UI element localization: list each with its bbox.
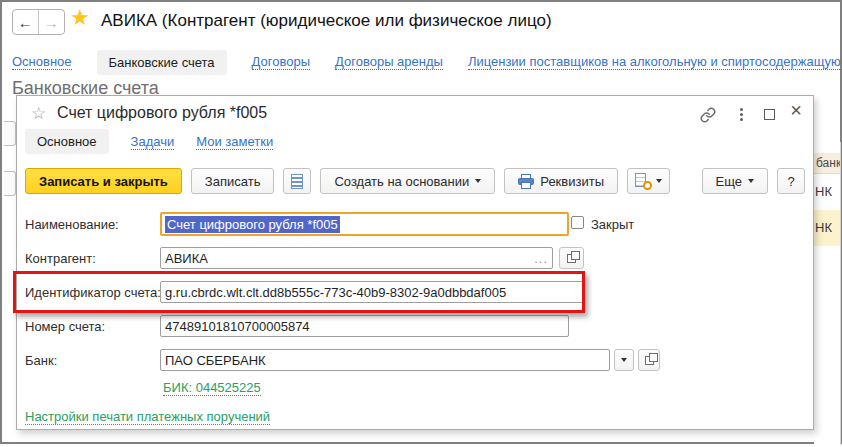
- close-button[interactable]: ×: [787, 100, 805, 120]
- maximize-icon: [764, 109, 775, 120]
- save-label: Записать: [205, 174, 261, 189]
- counterparty-input[interactable]: АВИКА ...: [160, 247, 553, 269]
- requisites-button[interactable]: Реквизиты: [504, 168, 618, 194]
- kebab-icon: [740, 108, 743, 111]
- tab-bankovskie-scheta[interactable]: Банковские счета: [97, 50, 227, 75]
- save-and-close-button[interactable]: Записать и закрыть: [25, 168, 182, 194]
- link-chain-icon: [700, 107, 716, 123]
- create-based-on-label: Создать на основании: [334, 174, 469, 189]
- tab-dogovory[interactable]: Договоры: [252, 54, 310, 70]
- app-window: ← → ★ АВИКА (Контрагент (юридическое или…: [0, 0, 842, 444]
- account-id-input[interactable]: [160, 281, 585, 303]
- back-arrow-icon: ←: [18, 14, 33, 31]
- dialog-menu-button[interactable]: [735, 105, 747, 123]
- closed-checkbox[interactable]: [571, 216, 584, 229]
- save-button[interactable]: Записать: [191, 168, 275, 194]
- counterparty-open-button[interactable]: [559, 247, 584, 269]
- help-label: ?: [787, 174, 794, 189]
- forward-arrow-icon: →: [44, 14, 59, 31]
- back-button[interactable]: ←: [13, 10, 39, 34]
- print-settings-link[interactable]: Настройки печати платежных поручений: [25, 409, 270, 425]
- dialog-tab-zadachi[interactable]: Задачи: [131, 134, 175, 150]
- counterparty-value: АВИКА: [165, 251, 208, 266]
- account-id-field-label: Идентификатор счета:: [25, 285, 161, 300]
- chevron-down-icon: [656, 179, 662, 183]
- background-toolbar-fragment: [4, 171, 16, 196]
- dialog-tab-moi-zametki[interactable]: Мои заметки: [196, 134, 273, 150]
- open-in-new-icon: [645, 356, 654, 365]
- tab-licenzii[interactable]: Лицензии поставщиков на алкогольную и сп…: [468, 54, 842, 70]
- list-icon: [291, 174, 303, 189]
- report-button[interactable]: [283, 168, 311, 194]
- dialog-tab-osnovnoe[interactable]: Основное: [25, 129, 109, 154]
- get-link-button[interactable]: [699, 106, 717, 124]
- forward-button[interactable]: →: [39, 10, 65, 34]
- bank-input[interactable]: [160, 349, 610, 371]
- bank-field-label: Банк:: [25, 353, 57, 368]
- name-field-label: Наименование:: [25, 217, 119, 232]
- select-ellipsis-button[interactable]: ...: [534, 251, 548, 266]
- schedule-document-button[interactable]: [627, 168, 670, 194]
- counterparty-nav-tabs: Основное Банковские счета Договоры Догов…: [12, 49, 842, 75]
- chevron-down-icon: [621, 358, 627, 362]
- bik-link[interactable]: БИК: 044525225: [163, 380, 261, 396]
- bank-dropdown-button[interactable]: [614, 349, 634, 371]
- bank-column-header[interactable]: банка: [814, 153, 841, 174]
- account-number-field-label: Номер счета:: [25, 319, 105, 334]
- dialog-title: Счет цифрового рубля *f005: [57, 104, 267, 122]
- closed-checkbox-label: Закрыт: [591, 217, 634, 232]
- printer-icon: [518, 174, 534, 189]
- maximize-button[interactable]: [761, 106, 777, 122]
- background-toolbar-fragment: [4, 121, 16, 146]
- save-and-close-label: Записать и закрыть: [39, 174, 168, 189]
- dialog-toolbar: Записать и закрыть Записать Создать на о…: [25, 167, 805, 195]
- chevron-down-icon: [748, 179, 754, 183]
- create-based-on-button[interactable]: Создать на основании: [320, 168, 495, 194]
- dialog-favorite-star-icon[interactable]: ☆: [31, 103, 46, 124]
- bank-open-button[interactable]: [638, 349, 660, 371]
- name-input[interactable]: Счет цифрового рубля *f005: [160, 212, 569, 236]
- help-button[interactable]: ?: [777, 168, 805, 194]
- table-row-selected[interactable]: НК: [814, 210, 841, 246]
- page-title: АВИКА (Контрагент (юридическое или физич…: [101, 11, 552, 31]
- table-row[interactable]: НК: [814, 174, 841, 210]
- dialog-tabs: Основное Задачи Мои заметки: [25, 129, 273, 154]
- digital-ruble-account-dialog: ☆ Счет цифрового рубля *f005 × Основное …: [16, 95, 814, 430]
- tab-dogovory-arendy[interactable]: Договоры аренды: [335, 54, 443, 70]
- requisites-label: Реквизиты: [540, 174, 604, 189]
- more-button[interactable]: Еще: [702, 168, 768, 194]
- counterparty-field-label: Контрагент:: [25, 251, 96, 266]
- background-bank-table: банка НК НК: [814, 142, 841, 445]
- document-clock-icon: [635, 173, 650, 189]
- more-label: Еще: [716, 174, 742, 189]
- account-number-input[interactable]: [160, 315, 569, 337]
- tab-osnovnoe[interactable]: Основное: [12, 54, 72, 70]
- favorite-star-icon[interactable]: ★: [70, 5, 90, 31]
- chevron-down-icon: [475, 179, 481, 183]
- history-nav-buttons: ← →: [12, 9, 65, 35]
- selected-text: Счет цифрового рубля *f005: [165, 216, 340, 233]
- open-in-new-icon: [567, 254, 576, 263]
